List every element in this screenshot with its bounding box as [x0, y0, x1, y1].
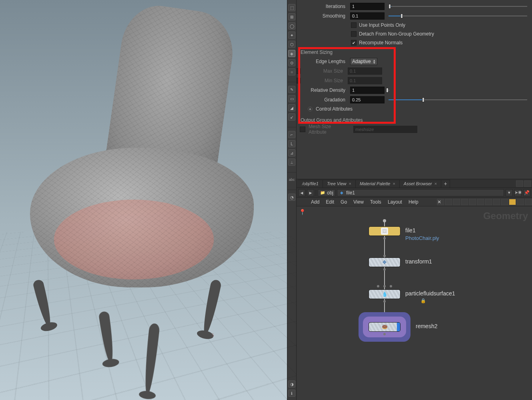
tool-light-icon[interactable]: ✦: [288, 32, 295, 39]
close-icon[interactable]: ×: [434, 181, 437, 186]
menu-tools[interactable]: Tools: [367, 198, 385, 206]
net-tool-wrench-icon[interactable]: ✕: [437, 199, 444, 205]
net-tool-more-icon[interactable]: [525, 199, 532, 205]
add-tab-button[interactable]: +: [441, 180, 450, 188]
max-size-checkbox[interactable]: [297, 68, 301, 74]
tool-hex-icon[interactable]: ⬡: [288, 41, 295, 48]
crumb-current[interactable]: ◆ file1: [337, 189, 504, 196]
parameters-pane: Iterations Smoothing Use Input Points On…: [297, 0, 532, 179]
node-canvas[interactable]: 📍 Geometry 🖼 file1 PhotoChair.ply ✥ tran…: [297, 206, 532, 400]
max-size-input: [348, 67, 382, 75]
tab-treeview[interactable]: Tree View×: [323, 180, 356, 188]
node-transform1[interactable]: ✥: [369, 257, 400, 267]
tool-pie-icon[interactable]: ◔: [288, 194, 295, 201]
relative-density-input[interactable]: [350, 87, 385, 94]
3d-viewport[interactable]: 5: [0, 0, 287, 400]
tool-gem-icon[interactable]: ◈: [288, 50, 295, 57]
net-tool-align-icon[interactable]: [453, 199, 460, 205]
smoothing-label: Smoothing: [297, 13, 349, 19]
net-tool-grid2-icon[interactable]: [469, 199, 476, 205]
min-size-checkbox[interactable]: [297, 78, 301, 83]
use-input-points-label: Use Input Points Only: [359, 22, 405, 28]
tool-deselect-icon[interactable]: ⬚: [288, 4, 295, 11]
node-file1[interactable]: 🖼: [369, 226, 400, 236]
tool-ruler-12-icon[interactable]: ⌐: [288, 131, 295, 138]
smoothing-slider[interactable]: [386, 12, 530, 20]
node-pfs-label: particlefluidsurface1: [405, 290, 455, 297]
tool-slope-icon[interactable]: ⊿: [288, 149, 295, 156]
file-node-icon: 🖼: [381, 228, 388, 235]
control-attributes-label[interactable]: Control Attributes: [316, 106, 353, 112]
display-flag[interactable]: [397, 323, 400, 331]
crumb-root[interactable]: 📁 obj: [318, 189, 335, 196]
node-transform1-label: transform1: [405, 258, 432, 265]
tool-grid-icon[interactable]: ⊞: [288, 13, 295, 20]
nav-back-button[interactable]: ◄: [298, 189, 305, 196]
net-tool-sticky-icon[interactable]: [509, 199, 516, 205]
expand-icon[interactable]: +: [308, 107, 313, 111]
tool-angle-l-icon[interactable]: L: [288, 140, 295, 147]
tool-abc-label[interactable]: abc: [288, 176, 296, 183]
menu-layout[interactable]: Layout: [385, 198, 405, 206]
net-tool-image-icon[interactable]: [493, 199, 500, 205]
mesh-size-attr-checkbox[interactable]: [300, 127, 305, 132]
net-tool-grid1-icon[interactable]: [461, 199, 468, 205]
node-remesh2[interactable]: 🍩: [369, 322, 400, 332]
tool-target-icon[interactable]: ⊙: [288, 59, 295, 66]
element-sizing-header: Element Sizing: [297, 47, 532, 57]
canvas-pin-icon[interactable]: 📍: [299, 209, 306, 215]
nav-forward-button[interactable]: ►: [307, 189, 314, 196]
net-tool-note-icon[interactable]: [501, 199, 508, 205]
network-tabbar: /obj/file1 Tree View× Material Palette× …: [297, 179, 532, 188]
net-tool-box-icon[interactable]: [517, 199, 524, 205]
node-particlefluidsurface1[interactable]: 💧: [369, 289, 400, 299]
pin-button[interactable]: ➤✱: [514, 189, 522, 196]
pane-menu-icon[interactable]: [516, 180, 523, 187]
relative-density-slider[interactable]: [386, 87, 392, 94]
axis-marker: 5: [212, 333, 214, 337]
recompute-normals-label: Recompute Normals: [359, 40, 402, 46]
tab-material-palette[interactable]: Material Palette×: [356, 180, 400, 188]
menu-edit[interactable]: Edit: [323, 198, 337, 206]
close-icon[interactable]: ×: [393, 181, 395, 186]
tool-tri-icon[interactable]: ◢: [288, 104, 295, 111]
use-input-points-checkbox[interactable]: [351, 22, 357, 28]
lock-icon: 🔒: [420, 298, 426, 303]
tool-circle-icon[interactable]: ○: [288, 68, 295, 75]
edge-lengths-select[interactable]: Adaptive ▴▾: [350, 58, 377, 65]
menu-go[interactable]: Go: [337, 198, 350, 206]
net-tool-grid3-icon[interactable]: [477, 199, 484, 205]
recompute-normals-checkbox[interactable]: [351, 40, 357, 46]
folder-icon: 📁: [320, 190, 325, 196]
context-watermark: Geometry: [483, 210, 528, 222]
net-tool-grid4-icon[interactable]: [485, 199, 492, 205]
tool-rect-icon[interactable]: ▭: [288, 95, 295, 102]
iterations-input[interactable]: [350, 3, 385, 10]
pane-max-icon[interactable]: [524, 180, 531, 187]
transform-node-icon: ✥: [381, 259, 388, 266]
tab-asset-browser[interactable]: Asset Browser×: [400, 180, 441, 188]
tab-objfile1[interactable]: /obj/file1: [298, 180, 323, 188]
close-icon[interactable]: ×: [349, 181, 351, 186]
menu-help[interactable]: Help: [405, 198, 422, 206]
iterations-slider[interactable]: [386, 3, 530, 10]
pfs-node-icon: 💧: [381, 291, 388, 298]
path-dropdown-button[interactable]: ▾: [506, 189, 513, 196]
gradation-input[interactable]: [350, 96, 385, 103]
node-remesh2-label: remesh2: [416, 323, 437, 329]
pin-toggle-icon[interactable]: 📌: [523, 189, 530, 196]
net-tool-list-icon[interactable]: [445, 199, 452, 205]
network-menubar: Add Edit Go View Tools Layout Help ✕: [297, 198, 532, 206]
menu-add[interactable]: Add: [308, 198, 323, 206]
gradation-label: Gradation: [297, 97, 349, 103]
menu-view[interactable]: View: [350, 198, 367, 206]
detach-nongroup-checkbox[interactable]: [351, 31, 357, 37]
tool-arrow-icon[interactable]: ↙: [288, 113, 295, 121]
smoothing-input[interactable]: [350, 12, 385, 20]
iterations-label: Iterations: [297, 4, 349, 9]
edge-lengths-label: Edge Lengths: [297, 59, 349, 64]
gradation-slider[interactable]: [386, 96, 530, 103]
tool-perp-icon[interactable]: ⟂: [288, 158, 295, 166]
tool-sphere-icon[interactable]: ◯: [288, 22, 295, 30]
tool-pencil-icon[interactable]: ✎: [288, 86, 295, 93]
